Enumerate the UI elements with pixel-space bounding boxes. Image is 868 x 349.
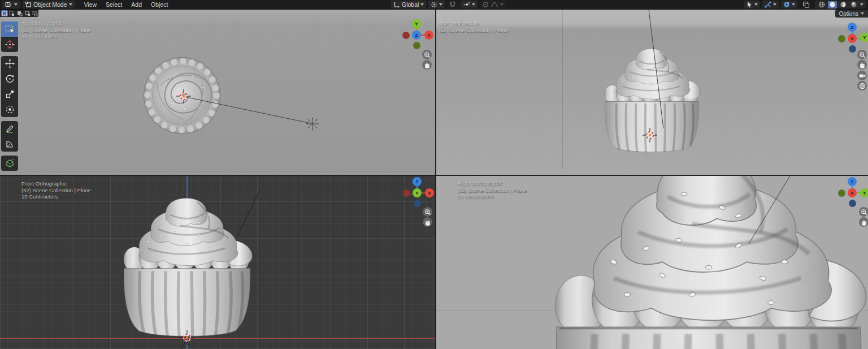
menu-view[interactable]: View [80, 1, 102, 8]
overlays-icon [783, 1, 790, 8]
menu-bar: View Select Add Object [80, 1, 173, 8]
select-mode-set[interactable] [1, 10, 8, 16]
gizmo-axis-z[interactable]: Z [413, 177, 422, 186]
menu-object[interactable]: Object [146, 1, 172, 8]
transform-snap-cluster: Global [391, 1, 506, 8]
select-box-icon [5, 25, 15, 34]
gizmo-axis-x[interactable]: X [848, 188, 857, 197]
tool-move[interactable] [1, 56, 18, 71]
menu-add[interactable]: Add [127, 1, 146, 8]
quadview-horizontal-divider[interactable] [0, 175, 868, 176]
select-mode-extend[interactable] [9, 10, 16, 16]
zoom-button[interactable] [423, 207, 432, 217]
plain-axes-empty[interactable] [305, 117, 320, 131]
scale-icon [5, 89, 15, 99]
snap-target-dropdown[interactable] [461, 1, 478, 8]
selectability-dropdown[interactable] [744, 1, 760, 8]
tool-add-cube[interactable] [1, 156, 18, 171]
tool-select-box[interactable] [1, 21, 18, 37]
relationship-line [436, 176, 868, 349]
cupcake-front[interactable] [114, 196, 260, 338]
viewport-front-ortho[interactable]: Front Orthographic (52) Scene Collection… [0, 176, 435, 349]
gizmo-axis-z[interactable]: Z [848, 23, 857, 32]
gizmo-axis-y[interactable]: Y [860, 188, 868, 197]
tool-rotate[interactable] [1, 71, 18, 87]
tool-scale[interactable] [1, 87, 18, 102]
zoom-button[interactable] [859, 207, 868, 217]
gizmo-axis-x[interactable]: X [848, 34, 857, 43]
editor-type-icon [5, 2, 12, 8]
gizmo-axis-y[interactable]: Y [412, 19, 421, 28]
chevron-down-icon [754, 3, 758, 6]
perspective-toggle-button[interactable] [857, 81, 867, 91]
xray-toggle[interactable] [800, 1, 813, 8]
editor-type-button[interactable] [2, 1, 20, 8]
proportional-editing-cluster[interactable] [480, 1, 506, 8]
viewport-top-ortho[interactable]: Top Orthographic (52) Scene Collection |… [0, 10, 435, 175]
gizmo-axis-x-neg[interactable] [403, 189, 410, 197]
snap-target-icon [463, 1, 470, 8]
transform-orientation-icon [393, 1, 400, 8]
gizmo-axis-z[interactable]: Z [848, 177, 857, 186]
viewport-scale: 10 Centimeters [21, 33, 91, 40]
viewport-user-perspective[interactable]: User Perspective (52) Scene Collection |… [436, 10, 868, 175]
tool-cursor[interactable] [1, 37, 18, 52]
gizmo-axis-y-neg[interactable] [838, 35, 845, 42]
navigation-gizmo[interactable]: Z Y X [834, 176, 868, 211]
cursor-select-icon [747, 1, 753, 8]
gizmo-axis-z[interactable]: Z [412, 31, 421, 40]
options-dropdown[interactable]: Options [835, 10, 868, 18]
pan-button[interactable] [859, 217, 868, 227]
chevron-down-icon [14, 3, 18, 6]
gizmo-axis-z-neg[interactable] [849, 200, 856, 207]
gizmo-toggle-dropdown[interactable] [762, 1, 779, 8]
orientation-dropdown[interactable]: Global [391, 1, 426, 8]
gizmo-axis-x-neg[interactable] [402, 32, 410, 39]
gizmo-axis-y[interactable]: Y [413, 188, 422, 197]
measure-icon [5, 139, 15, 149]
gizmo-axis-y-neg[interactable] [838, 189, 845, 197]
3d-cursor [643, 128, 657, 143]
navigation-gizmo[interactable]: Y X Z [398, 17, 435, 53]
select-mode-invert[interactable] [24, 10, 31, 16]
3d-cursor [180, 330, 194, 345]
gizmo-axis-x[interactable]: X [425, 188, 434, 197]
snap-toggle[interactable] [447, 1, 458, 8]
navigation-gizmo[interactable]: Z X Y [399, 176, 435, 211]
viewport-right-ortho[interactable]: Right Orthographic (52) Scene Collection… [436, 176, 868, 349]
viewport-label: User Perspective (52) Scene Collection |… [439, 20, 508, 33]
tool-annotate[interactable] [1, 121, 18, 136]
viewport-title: User Perspective [439, 20, 508, 27]
mode-dropdown[interactable]: Object Mode [23, 1, 75, 8]
chevron-down-icon [773, 3, 776, 6]
gizmo-axis-y-neg[interactable] [413, 42, 420, 49]
tool-measure[interactable] [1, 136, 18, 152]
gizmo-axis-x[interactable]: X [424, 31, 433, 40]
gizmo-axis-y[interactable]: Y [860, 33, 868, 42]
quadview-vertical-divider[interactable] [435, 10, 436, 349]
chevron-down-icon [860, 3, 863, 6]
pan-button[interactable] [857, 60, 867, 70]
gizmo-axis-z-neg[interactable] [414, 200, 421, 207]
viewport-scale: 10 Centimeters [21, 193, 91, 200]
select-mode-subtract[interactable] [16, 10, 23, 16]
select-mode-strip [0, 10, 38, 17]
shading-material-button[interactable] [839, 1, 848, 8]
shading-rendered-button[interactable] [849, 1, 858, 8]
menu-select[interactable]: Select [101, 1, 127, 8]
shading-wireframe-button[interactable] [817, 1, 826, 8]
pan-button[interactable] [423, 217, 432, 227]
xray-icon [802, 1, 810, 8]
tool-transform[interactable] [1, 102, 18, 117]
orientation-label: Global [402, 1, 419, 8]
pivot-point-dropdown[interactable] [428, 1, 445, 8]
move-icon [5, 59, 15, 68]
overlays-toggle-dropdown[interactable] [781, 1, 797, 8]
select-mode-intersect[interactable] [32, 10, 38, 16]
gizmo-axis-z-neg[interactable] [849, 45, 856, 53]
zoom-button[interactable] [422, 50, 432, 59]
zoom-button[interactable] [857, 50, 867, 59]
shading-solid-button[interactable] [828, 1, 837, 8]
camera-view-button[interactable] [857, 71, 867, 80]
pan-button[interactable] [422, 60, 432, 70]
